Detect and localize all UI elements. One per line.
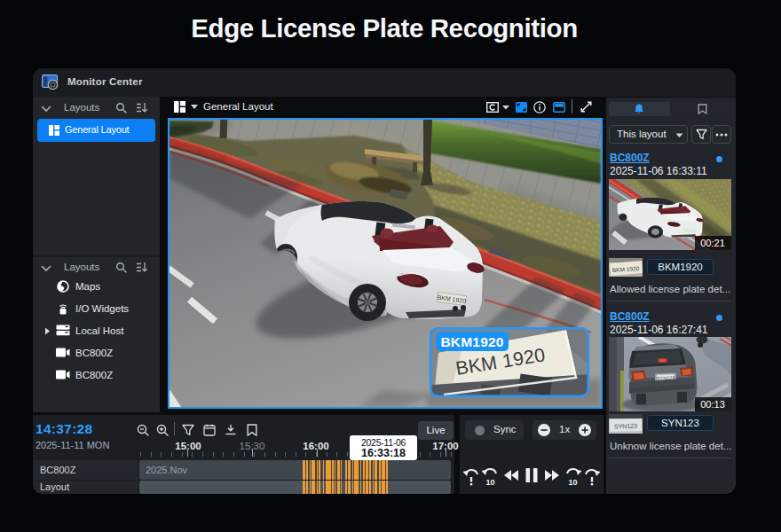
svg-text:SYN123: SYN123 — [614, 423, 637, 430]
svg-text:10: 10 — [485, 478, 494, 486]
svg-text:10: 10 — [568, 478, 577, 486]
svg-text:00:21: 00:21 — [700, 238, 725, 248]
svg-text:BKM1920: BKM1920 — [440, 334, 503, 349]
svg-text:00:13: 00:13 — [700, 399, 725, 410]
